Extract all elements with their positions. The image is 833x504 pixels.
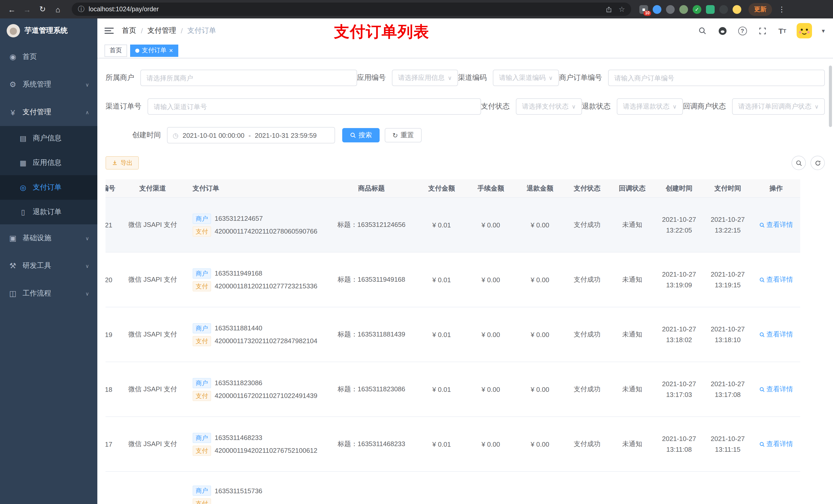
col-amount: 支付金额 [417, 184, 466, 193]
view-detail-link[interactable]: 查看详情 [759, 385, 793, 394]
view-detail-link[interactable]: 查看详情 [759, 275, 793, 284]
notify-status-filter-label: 回调商户状态 [683, 102, 732, 111]
help-icon[interactable]: ? [737, 25, 748, 37]
tab-home[interactable]: 首页 [104, 44, 127, 56]
browser-back-icon[interactable]: ← [5, 3, 19, 16]
extensions-area: ■10 ✓ [639, 5, 741, 14]
sidebar-item-workflow[interactable]: ◫ 工作流程 ∨ [0, 280, 97, 307]
puzzle-extension-icon[interactable]: ■10 [639, 5, 648, 14]
sidebar-item-system[interactable]: ⚙ 系统管理 ∨ [0, 71, 97, 98]
create-time-range-picker[interactable]: ◷ 2021-10-01 00:00:00 - 2021-10-31 23:59… [167, 127, 335, 143]
gray-extension-icon[interactable] [666, 5, 675, 14]
date-start[interactable]: 2021-10-01 00:00:00 [183, 131, 244, 139]
table-row[interactable]: 17 微信 JSAPI 支付 商户1635311468233 支付4200001… [105, 417, 800, 472]
merchant-order-filter-input[interactable] [608, 70, 825, 86]
url-text[interactable]: localhost:1024/pay/order [89, 6, 602, 13]
pin-extension-icon[interactable] [719, 5, 728, 14]
view-detail-link[interactable]: 查看详情 [759, 330, 793, 339]
app-filter-label: 应用编号 [357, 73, 392, 82]
table-row[interactable]: 商户1635311515736 支付 [105, 472, 800, 504]
filter-row-1: 所属商户 应用编号 请选择应用信息 ∨ 渠道编码 请输入渠道编码 ∨ 商户订单编… [105, 70, 825, 86]
close-tab-icon[interactable]: × [169, 47, 173, 54]
sidebar-item-infra[interactable]: ▣ 基础设施 ∨ [0, 224, 97, 252]
sidebar-item-pay[interactable]: ¥ 支付管理 ∧ [0, 98, 97, 126]
table-row[interactable]: 19 微信 JSAPI 支付 商户1635311881440 支付4200001… [105, 307, 800, 362]
github-icon[interactable] [717, 25, 728, 37]
green-check-extension-icon[interactable]: ✓ [693, 5, 701, 14]
sidebar-item-merchant-info[interactable]: ▤ 商户信息 [0, 126, 97, 150]
col-created: 创建时间 [655, 184, 704, 193]
notify-status-filter-select[interactable]: 请选择订单回调商户状态 ∨ [732, 98, 825, 115]
chevron-down-icon: ∨ [85, 291, 89, 296]
view-detail-link[interactable]: 查看详情 [759, 220, 793, 230]
col-channel: 支付渠道 [119, 184, 187, 193]
green-chat-extension-icon[interactable] [706, 5, 715, 14]
vertical-scrollbar[interactable] [829, 66, 832, 127]
list-toolbar: 导出 [105, 156, 825, 170]
merchant-tag: 商户 [193, 378, 211, 388]
bookmark-star-icon[interactable]: ☆ [619, 5, 625, 13]
sidebar-logo[interactable]: 芋道管理系统 [0, 19, 97, 43]
view-detail-link[interactable]: 查看详情 [759, 439, 793, 449]
sidebar: 芋道管理系统 ◉ 首页 ⚙ 系统管理 ∨ ¥ 支付管理 ∧ ▤ 商户信息 [0, 19, 97, 504]
create-time-filter-label: 创建时间 [105, 130, 167, 140]
olive-extension-icon[interactable] [679, 5, 688, 14]
channel-order-filter-input[interactable] [147, 98, 481, 115]
chevron-down-icon: ∨ [448, 74, 452, 81]
toggle-search-icon[interactable] [791, 156, 806, 170]
date-end[interactable]: 2021-10-31 23:59:59 [255, 131, 317, 139]
browser-home-icon[interactable]: ⌂ [51, 3, 65, 16]
sidebar-item-refund-order[interactable]: ▯ 退款订单 [0, 200, 97, 224]
logo-image [7, 24, 20, 38]
address-bar[interactable]: ⓘ localhost:1024/pay/order ☆ [72, 3, 631, 16]
browser-refresh-icon[interactable]: ↻ [36, 3, 49, 16]
blue-extension-icon[interactable] [653, 5, 661, 14]
search-button[interactable]: 搜索 [342, 128, 380, 142]
chevron-down-icon: ∨ [572, 103, 576, 110]
breadcrumb-home[interactable]: 首页 [122, 26, 136, 35]
date-separator: - [248, 131, 251, 139]
browser-menu-icon[interactable]: ⋮ [778, 5, 785, 13]
emoji-extension-icon[interactable] [733, 5, 741, 14]
card-icon: ▤ [19, 134, 28, 142]
refund-status-filter-select[interactable]: 请选择退款状态 ∨ [617, 98, 683, 115]
col-order: 支付订单 [187, 184, 326, 193]
sidebar-item-pay-order[interactable]: ◎ 支付订单 [0, 175, 97, 200]
table-row[interactable]: 20 微信 JSAPI 支付 商户1635311949168 支付4200001… [105, 253, 800, 307]
search-icon[interactable] [697, 25, 708, 37]
sidebar-item-app-info[interactable]: ▦ 应用信息 [0, 150, 97, 175]
site-info-icon[interactable]: ⓘ [78, 5, 85, 14]
app-filter-select[interactable]: 请选择应用信息 ∨ [392, 70, 458, 86]
refresh-table-icon[interactable] [810, 156, 825, 170]
user-menu-caret-icon[interactable]: ▼ [821, 28, 826, 33]
breadcrumb: 首页 / 支付管理 / 支付订单 [122, 26, 216, 35]
breadcrumb-section[interactable]: 支付管理 [147, 26, 176, 35]
table-row[interactable]: 18 微信 JSAPI 支付 商户1635311823086 支付4200001… [105, 362, 800, 417]
merchant-filter-input[interactable] [140, 70, 357, 86]
reset-button[interactable]: ↻ 重置 [385, 128, 422, 142]
share-icon[interactable] [606, 6, 613, 13]
sidebar-item-home[interactable]: ◉ 首页 [0, 43, 97, 71]
table-row[interactable]: 21 微信 JSAPI 支付 商户1635312124657 支付4200001… [105, 198, 800, 253]
pay-status-filter-label: 支付状态 [481, 102, 516, 111]
target-icon: ◎ [19, 183, 28, 192]
navbar-tools: ? TT ▼ [697, 23, 826, 39]
table-tools [791, 156, 825, 170]
font-size-icon[interactable]: TT [777, 25, 788, 37]
user-avatar[interactable] [796, 23, 812, 39]
fullscreen-icon[interactable] [757, 25, 768, 37]
chrome-update-button[interactable]: 更新 [748, 3, 772, 16]
hamburger-icon[interactable] [104, 28, 114, 34]
pay-status-filter-select[interactable]: 请选择支付状态 ∨ [516, 98, 582, 115]
browser-forward-icon[interactable]: → [21, 3, 34, 16]
sidebar-item-devtools[interactable]: ⚒ 研发工具 ∨ [0, 252, 97, 280]
channel-code-filter-select[interactable]: 请输入渠道编码 ∨ [493, 70, 559, 86]
merchant-tag: 商户 [193, 268, 211, 279]
clock-icon: ◷ [173, 131, 178, 139]
browser-toolbar: ← → ↻ ⌂ ⓘ localhost:1024/pay/order ☆ ■10… [0, 0, 833, 19]
pay-tag: 支付 [193, 336, 211, 346]
merchant-order-filter-label: 商户订单编号 [559, 73, 608, 82]
tab-pay-order[interactable]: 支付订单 × [130, 44, 178, 56]
export-button[interactable]: 导出 [105, 156, 139, 170]
grid-icon: ▦ [19, 159, 28, 167]
